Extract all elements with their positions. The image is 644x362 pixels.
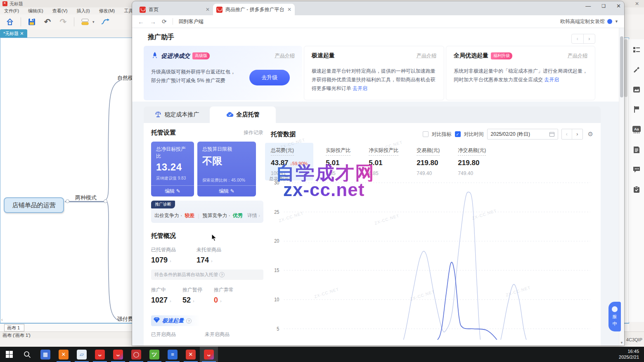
metric-net-actual-roi[interactable]: 净实际投产比 5.01 6.85 [369,146,398,176]
reload-icon[interactable]: ⟳ [162,18,167,25]
operation-log-link[interactable]: 操作记录 [244,129,263,136]
chart-y-axis-label: 总花费(元) [269,176,290,182]
tab-close-icon[interactable]: ✕ [206,7,210,12]
windows-taskbar: ▦ ✕ ▱ ᴗ ᴗ ◯ ツ ≡ ✕ ᴗ 16:45 2025/2/21 [0,347,644,362]
scrollbar-down-icon[interactable]: ▼ [620,341,623,345]
abnormal-stat[interactable]: 推广异常 0 › [214,286,245,305]
open-link[interactable]: 去开启 [544,77,559,83]
maximize-icon[interactable]: ❑ [601,3,606,9]
app-pinduoduo[interactable]: ᴗ [91,347,109,362]
upgrade-button[interactable]: 去升级 [249,70,290,85]
pager-prev-icon[interactable]: ‹ [572,34,583,43]
metric-net-transaction-amount[interactable]: 净交易额(元) 219.80 749.40 [458,146,486,176]
open-link[interactable]: 去开启 [353,85,367,91]
undo-icon[interactable]: ↶ [43,17,52,27]
compare-date-input[interactable]: 2025/02/20 (昨日) [487,129,558,140]
app-xmind[interactable]: ✕ [182,347,200,362]
comment-panel-icon[interactable] [633,166,640,173]
page-scrollbar[interactable]: ▼ [619,28,624,345]
pager-next-icon[interactable]: › [583,34,595,43]
app-red-ring[interactable]: ◯ [127,347,145,362]
paused-stat[interactable]: 推广暂停 52 › [182,286,214,305]
service-center-widget[interactable]: 服 中 [608,302,621,331]
date-prev-icon[interactable]: ‹ [562,129,572,139]
xmind-close-icon[interactable]: ✕ [632,1,642,7]
mindmap-root-topic[interactable]: 店铺单品的运营 [4,197,64,213]
compare-metric-checkbox[interactable] [423,131,429,137]
mindmap-branch-topic[interactable]: 两种模式 [75,194,97,201]
canvas-tab[interactable]: 画布 1 [4,324,24,331]
back-icon[interactable]: ← [138,18,144,25]
xmind-right-dock: Aa [628,39,644,322]
xmind-document-tab[interactable]: *无标题 ✕ [0,29,27,38]
shop-account[interactable]: 欧韩高端定制女装馆 ▼ [560,18,618,25]
headset-icon [612,306,618,312]
font-style-icon[interactable]: Aa [632,126,641,133]
image-panel-icon[interactable] [633,86,640,93]
scrollbar-thumb[interactable] [620,36,623,97]
menu-edit[interactable]: 编辑(E) [28,8,43,14]
metric-actual-roi[interactable]: 实际投产比 5.01 6.85 [326,146,350,176]
format-brush-icon[interactable] [633,66,640,73]
collapse-handle-icon[interactable] [104,199,107,203]
collapse-handle-icon[interactable] [66,199,69,203]
browser-tab-promotion[interactable]: 商品推广 - 拼多多推广平台 ✕ [213,4,295,15]
back-to-client-link[interactable]: 回到客户端 [179,18,204,25]
search-button[interactable] [18,347,36,362]
app-orange-tool[interactable]: ✕ [54,347,73,362]
topic-shape-icon[interactable] [80,17,90,27]
unhosted-products-stat[interactable]: 未托管商品 174 › [197,246,242,265]
home-icon[interactable] [5,17,15,27]
doc-tab-close-icon[interactable]: ✕ [20,31,24,36]
chevron-right-icon: › [193,298,194,303]
app-notepad[interactable]: ▱ [73,347,91,362]
tab-stable-cost[interactable]: 稳定成本推广 [144,106,210,123]
notes-panel-icon[interactable] [633,146,640,154]
menu-insert[interactable]: 插入(I) [76,8,90,14]
outline-panel-icon[interactable] [633,47,640,53]
metric-transaction-amount[interactable]: 交易额(元) 219.80 749.40 [417,146,440,176]
save-icon[interactable] [27,17,37,27]
card-title: 全局优选起量 [454,52,488,59]
speed-boost-section: 极速起量 ? 已开启商品 未开启商品 [151,315,263,338]
menu-view[interactable]: 查看(V) [52,8,68,14]
info-icon[interactable]: ? [186,318,192,324]
tab-close-icon[interactable]: ✕ [287,7,291,12]
marker-flag-icon[interactable] [633,106,640,113]
diagnosis-detail-link[interactable]: 详情 › [247,212,260,219]
tab-title: 首页 [149,6,203,13]
edit-budget-button[interactable]: 编辑 ✎ [197,185,256,196]
canvas-scroll-left-icon[interactable]: ‹ [1,317,3,322]
hosted-products-stat[interactable]: 已托管商品 1079 › [151,246,197,265]
task-clipboard-icon[interactable] [633,186,640,193]
info-icon[interactable]: ? [219,272,225,277]
product-intro-link[interactable]: 产品介绍 [568,52,587,59]
app-green[interactable]: ツ [145,347,163,362]
app-blue-docs[interactable]: ≡ [163,347,182,362]
menu-file[interactable]: 文件(F) [4,8,19,14]
metric-total-spend[interactable]: 总花费(元) 43.87↓59.90% 109.41 [265,143,313,180]
gear-icon[interactable]: ⚙ [588,130,593,138]
tab-full-hosting[interactable]: 全店托管 [210,106,276,123]
relationship-icon[interactable] [100,17,110,27]
app-calculator[interactable]: ▦ [36,347,54,362]
mindmap-child-bottom[interactable]: 强付费 [117,315,133,323]
canvas-vertical-scrollbar[interactable] [624,39,627,97]
promoting-stat[interactable]: 推广中 1027 › [151,286,182,305]
menu-modify[interactable]: 修改(M) [99,8,115,14]
close-icon[interactable]: ✕ [616,3,621,9]
product-intro-link[interactable]: 产品介绍 [417,52,436,59]
date-next-icon[interactable]: › [572,129,582,139]
forward-icon[interactable]: → [150,18,156,25]
browser-tab-home[interactable]: 首页 ✕ [136,4,213,15]
edit-roi-button[interactable]: 编辑 ✎ [151,185,194,196]
topic-shape-caret-icon[interactable]: ▾ [92,20,95,24]
start-button[interactable] [0,347,18,362]
compare-time-checkbox[interactable]: ✓ [455,131,461,137]
minimize-icon[interactable]: — [585,3,591,9]
app-pdd-promotion-active[interactable]: ᴗ [200,347,218,362]
taskbar-clock[interactable]: 16:45 2025/2/21 [619,347,644,362]
product-intro-link[interactable]: 产品介绍 [275,52,295,59]
spend-line-chart[interactable]: 51015202530 [268,177,593,340]
app-pdd-promotion[interactable]: ᴗ [109,347,127,362]
